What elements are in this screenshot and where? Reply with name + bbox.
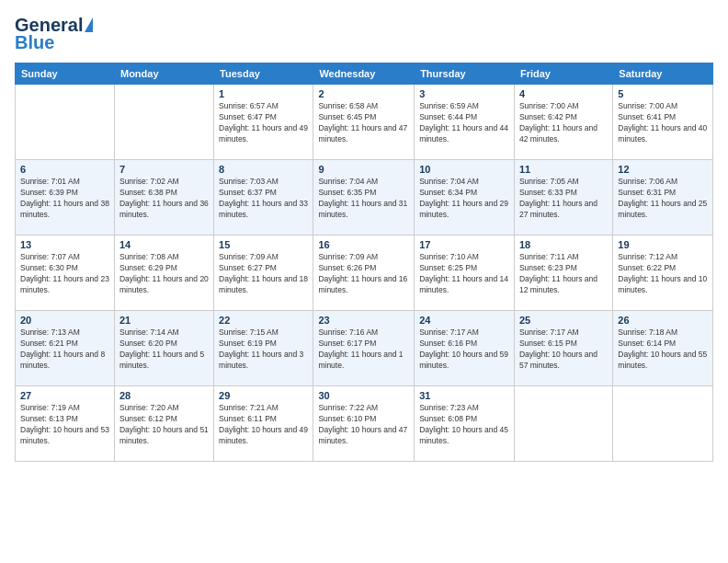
- day-info: Sunrise: 7:06 AM Sunset: 6:31 PM Dayligh…: [618, 177, 708, 221]
- calendar-day-header: Monday: [114, 63, 213, 85]
- calendar-cell: [514, 386, 612, 462]
- day-number: 24: [419, 315, 509, 326]
- day-number: 19: [618, 239, 708, 250]
- calendar-cell: 12Sunrise: 7:06 AM Sunset: 6:31 PM Dayli…: [613, 160, 713, 236]
- day-info: Sunrise: 7:11 AM Sunset: 6:23 PM Dayligh…: [519, 252, 608, 296]
- day-info: Sunrise: 6:57 AM Sunset: 6:47 PM Dayligh…: [219, 101, 308, 145]
- day-info: Sunrise: 7:01 AM Sunset: 6:39 PM Dayligh…: [20, 177, 109, 221]
- calendar-day-header: Thursday: [415, 63, 515, 85]
- logo: General Blue: [15, 15, 93, 53]
- day-info: Sunrise: 7:15 AM Sunset: 6:19 PM Dayligh…: [219, 327, 308, 372]
- calendar-cell: 23Sunrise: 7:16 AM Sunset: 6:17 PM Dayli…: [313, 311, 415, 386]
- calendar-week-row: 20Sunrise: 7:13 AM Sunset: 6:21 PM Dayli…: [16, 311, 713, 386]
- calendar-cell: 3Sunrise: 6:59 AM Sunset: 6:44 PM Daylig…: [415, 85, 515, 160]
- calendar-cell: 16Sunrise: 7:09 AM Sunset: 6:26 PM Dayli…: [313, 236, 415, 311]
- day-info: Sunrise: 7:23 AM Sunset: 6:08 PM Dayligh…: [419, 403, 509, 447]
- calendar-cell: 20Sunrise: 7:13 AM Sunset: 6:21 PM Dayli…: [16, 311, 115, 386]
- day-number: 20: [20, 315, 109, 326]
- day-info: Sunrise: 7:02 AM Sunset: 6:38 PM Dayligh…: [119, 177, 209, 221]
- calendar-day-header: Wednesday: [313, 63, 415, 85]
- day-number: 29: [219, 390, 308, 401]
- day-number: 27: [20, 390, 109, 401]
- day-info: Sunrise: 7:03 AM Sunset: 6:37 PM Dayligh…: [219, 177, 308, 221]
- calendar-cell: 17Sunrise: 7:10 AM Sunset: 6:25 PM Dayli…: [415, 236, 515, 311]
- calendar-cell: 24Sunrise: 7:17 AM Sunset: 6:16 PM Dayli…: [415, 311, 515, 386]
- day-number: 13: [20, 239, 109, 250]
- day-info: Sunrise: 7:07 AM Sunset: 6:30 PM Dayligh…: [20, 252, 109, 296]
- day-info: Sunrise: 7:09 AM Sunset: 6:27 PM Dayligh…: [219, 252, 308, 296]
- logo-blue: Blue: [15, 32, 54, 53]
- day-info: Sunrise: 7:22 AM Sunset: 6:10 PM Dayligh…: [318, 403, 409, 447]
- day-number: 16: [318, 239, 409, 250]
- day-info: Sunrise: 7:10 AM Sunset: 6:25 PM Dayligh…: [419, 252, 509, 296]
- calendar-cell: 6Sunrise: 7:01 AM Sunset: 6:39 PM Daylig…: [16, 160, 115, 236]
- day-number: 12: [618, 164, 708, 175]
- calendar-cell: [16, 85, 115, 160]
- day-number: 15: [219, 239, 308, 250]
- day-number: 2: [318, 88, 409, 99]
- calendar-cell: 22Sunrise: 7:15 AM Sunset: 6:19 PM Dayli…: [214, 311, 313, 386]
- day-info: Sunrise: 7:19 AM Sunset: 6:13 PM Dayligh…: [20, 403, 109, 447]
- day-info: Sunrise: 7:20 AM Sunset: 6:12 PM Dayligh…: [119, 403, 209, 447]
- calendar-cell: 13Sunrise: 7:07 AM Sunset: 6:30 PM Dayli…: [16, 236, 115, 311]
- calendar-week-row: 6Sunrise: 7:01 AM Sunset: 6:39 PM Daylig…: [16, 160, 713, 236]
- day-info: Sunrise: 7:12 AM Sunset: 6:22 PM Dayligh…: [618, 252, 708, 296]
- calendar-cell: 7Sunrise: 7:02 AM Sunset: 6:38 PM Daylig…: [114, 160, 213, 236]
- day-info: Sunrise: 7:00 AM Sunset: 6:41 PM Dayligh…: [618, 101, 708, 145]
- day-number: 23: [318, 315, 409, 326]
- day-info: Sunrise: 7:13 AM Sunset: 6:21 PM Dayligh…: [20, 327, 109, 372]
- day-number: 11: [519, 164, 608, 175]
- calendar-day-header: Tuesday: [214, 63, 313, 85]
- header: General Blue: [15, 15, 713, 53]
- calendar-cell: 18Sunrise: 7:11 AM Sunset: 6:23 PM Dayli…: [514, 236, 612, 311]
- day-info: Sunrise: 7:00 AM Sunset: 6:42 PM Dayligh…: [519, 101, 608, 145]
- calendar-cell: 28Sunrise: 7:20 AM Sunset: 6:12 PM Dayli…: [114, 386, 213, 462]
- day-number: 18: [519, 239, 608, 250]
- calendar-cell: 4Sunrise: 7:00 AM Sunset: 6:42 PM Daylig…: [514, 85, 612, 160]
- day-number: 25: [519, 315, 608, 326]
- calendar-header-row: SundayMondayTuesdayWednesdayThursdayFrid…: [16, 63, 713, 85]
- day-number: 8: [219, 164, 308, 175]
- day-number: 28: [119, 390, 209, 401]
- calendar-cell: [114, 85, 213, 160]
- day-info: Sunrise: 7:17 AM Sunset: 6:15 PM Dayligh…: [519, 327, 608, 372]
- day-number: 1: [219, 88, 308, 99]
- day-info: Sunrise: 6:58 AM Sunset: 6:45 PM Dayligh…: [318, 101, 409, 145]
- day-info: Sunrise: 7:04 AM Sunset: 6:35 PM Dayligh…: [318, 177, 409, 221]
- calendar-week-row: 13Sunrise: 7:07 AM Sunset: 6:30 PM Dayli…: [16, 236, 713, 311]
- day-number: 17: [419, 239, 509, 250]
- calendar-cell: [613, 386, 713, 462]
- calendar-day-header: Friday: [514, 63, 612, 85]
- day-info: Sunrise: 7:16 AM Sunset: 6:17 PM Dayligh…: [318, 327, 409, 372]
- day-number: 10: [419, 164, 509, 175]
- calendar-cell: 8Sunrise: 7:03 AM Sunset: 6:37 PM Daylig…: [214, 160, 313, 236]
- day-info: Sunrise: 7:09 AM Sunset: 6:26 PM Dayligh…: [318, 252, 409, 296]
- calendar-cell: 19Sunrise: 7:12 AM Sunset: 6:22 PM Dayli…: [613, 236, 713, 311]
- calendar-cell: 14Sunrise: 7:08 AM Sunset: 6:29 PM Dayli…: [114, 236, 213, 311]
- page-container: General Blue SundayMondayTuesdayWednesda…: [0, 0, 728, 471]
- calendar-cell: 15Sunrise: 7:09 AM Sunset: 6:27 PM Dayli…: [214, 236, 313, 311]
- calendar-day-header: Sunday: [16, 63, 115, 85]
- day-number: 9: [318, 164, 409, 175]
- day-number: 30: [318, 390, 409, 401]
- day-info: Sunrise: 6:59 AM Sunset: 6:44 PM Dayligh…: [419, 101, 509, 145]
- day-number: 26: [618, 315, 708, 326]
- calendar-cell: 5Sunrise: 7:00 AM Sunset: 6:41 PM Daylig…: [613, 85, 713, 160]
- day-number: 6: [20, 164, 109, 175]
- calendar-cell: 21Sunrise: 7:14 AM Sunset: 6:20 PM Dayli…: [114, 311, 213, 386]
- day-info: Sunrise: 7:17 AM Sunset: 6:16 PM Dayligh…: [419, 327, 509, 372]
- calendar-cell: 27Sunrise: 7:19 AM Sunset: 6:13 PM Dayli…: [16, 386, 115, 462]
- day-info: Sunrise: 7:04 AM Sunset: 6:34 PM Dayligh…: [419, 177, 509, 221]
- day-number: 7: [119, 164, 209, 175]
- calendar-cell: 10Sunrise: 7:04 AM Sunset: 6:34 PM Dayli…: [415, 160, 515, 236]
- calendar-cell: 2Sunrise: 6:58 AM Sunset: 6:45 PM Daylig…: [313, 85, 415, 160]
- day-number: 14: [119, 239, 209, 250]
- day-info: Sunrise: 7:05 AM Sunset: 6:33 PM Dayligh…: [519, 177, 608, 221]
- day-number: 5: [618, 88, 708, 99]
- day-number: 4: [519, 88, 608, 99]
- calendar-cell: 29Sunrise: 7:21 AM Sunset: 6:11 PM Dayli…: [214, 386, 313, 462]
- day-number: 21: [119, 315, 209, 326]
- day-info: Sunrise: 7:14 AM Sunset: 6:20 PM Dayligh…: [119, 327, 209, 372]
- calendar-cell: 9Sunrise: 7:04 AM Sunset: 6:35 PM Daylig…: [313, 160, 415, 236]
- day-number: 3: [419, 88, 509, 99]
